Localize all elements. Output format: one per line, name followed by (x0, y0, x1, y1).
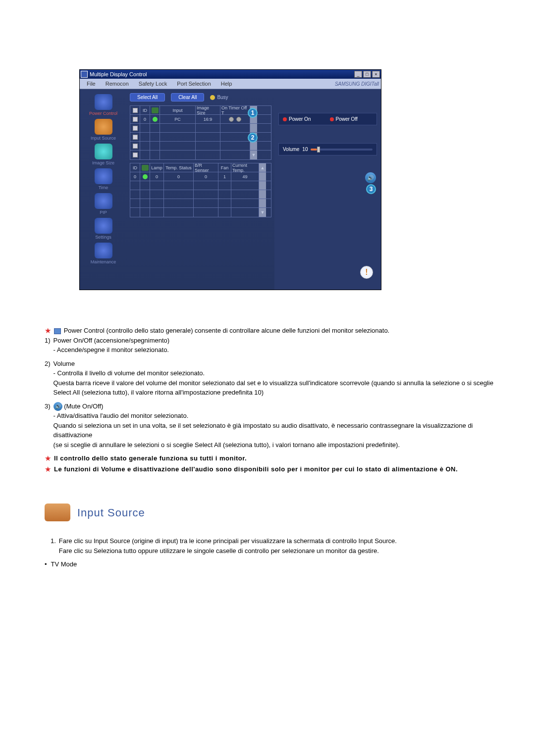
header-input: Input (160, 106, 196, 114)
doc-text: Fare clic su Seleziona tutto oppure util… (59, 546, 397, 556)
doc-text: - Accende/spegne il monitor selezionato. (54, 345, 170, 355)
sidebar-time[interactable]: Time (83, 168, 124, 190)
maintenance-icon (95, 243, 112, 258)
doc-text: - Controlla il livello di volume del mon… (54, 368, 495, 378)
menubar: File Remocon Safety Lock Port Selection … (80, 79, 381, 89)
scroll-up[interactable]: ▲ (259, 163, 266, 172)
row-check[interactable] (133, 144, 138, 149)
volume-slider[interactable] (311, 149, 373, 151)
titlebar: Multiple Display Control _ □ × (80, 70, 381, 79)
settings-icon (95, 218, 112, 234)
cell-fan: 1 (218, 172, 231, 181)
cell-id: 0 (130, 172, 140, 181)
volume-label: Volume (283, 147, 299, 152)
callout-3: 3 (366, 184, 376, 194)
sidebar-label: Power Control (83, 111, 124, 116)
mute-icon[interactable]: 🔊 (365, 172, 376, 183)
sidebar-pip[interactable]: PIP (83, 193, 124, 215)
radio-icon (283, 117, 287, 121)
input-source-section-icon (45, 504, 70, 521)
busy-dot-icon (210, 95, 215, 100)
app-window: Multiple Display Control _ □ × File Remo… (79, 69, 381, 290)
volume-thumb[interactable] (317, 147, 320, 152)
volume-value: 10 (302, 147, 308, 152)
info-icon[interactable]: ! (360, 266, 374, 285)
close-button[interactable]: × (372, 71, 380, 78)
cell-temp-status: 0 (164, 172, 194, 181)
list-number: 2) (45, 359, 51, 398)
brand-logo: SAMSUNG DIGITall (335, 81, 379, 87)
main-pane: Select All Clear All Busy ID Input Image… (127, 89, 274, 290)
header-image-size: Image Size (196, 106, 220, 114)
minimize-button[interactable]: _ (354, 71, 362, 78)
status-header-icon (152, 107, 159, 113)
doc-text: Fare clic su Input Source (origine di in… (59, 536, 397, 546)
document-body: ★ Power Control (controllo dello stato g… (0, 310, 535, 589)
doc-text: Quando si seleziona un set in una volta,… (54, 421, 495, 440)
sidebar-label: Image Size (83, 160, 124, 165)
mute-inline-icon: 🔊 (54, 402, 62, 411)
row-check[interactable] (133, 126, 138, 131)
timer-on-dot (229, 117, 234, 122)
menu-remocon[interactable]: Remocon (101, 80, 134, 88)
header-on-timer: On Timer Off T (220, 106, 250, 114)
sidebar-power-control[interactable]: Power Control (83, 94, 124, 116)
sidebar-settings[interactable]: Settings (83, 218, 124, 240)
list-number: 3) (45, 402, 51, 450)
maximize-button[interactable]: □ (363, 71, 371, 78)
sidebar-image-size[interactable]: Image Size (83, 144, 124, 165)
row-check[interactable] (133, 117, 138, 122)
pip-icon (95, 193, 112, 209)
power-on-label: Power On (289, 116, 311, 122)
power-off-label: Power Off (336, 116, 358, 122)
bullet-icon: • (45, 559, 47, 569)
status-dot-icon (143, 174, 148, 179)
doc-text: (se si sceglie di annullare le selezioni… (54, 440, 495, 450)
menu-port-selection[interactable]: Port Selection (172, 80, 215, 88)
right-pane: Power On Power Off Volume 10 (274, 89, 381, 290)
menu-safety-lock[interactable]: Safety Lock (134, 80, 172, 88)
busy-indicator: Busy (210, 95, 228, 100)
input-source-icon (95, 119, 112, 135)
power-on-button[interactable]: Power On (283, 116, 326, 122)
menu-help[interactable]: Help (216, 80, 237, 88)
cell-bvr: 0 (194, 172, 218, 181)
star-icon: ★ (45, 326, 51, 336)
cell-input: PC (160, 115, 196, 123)
doc-text: Power Control (controllo dello stato gen… (64, 327, 390, 334)
doc-text: (Mute On/Off) (64, 403, 103, 410)
power-off-button[interactable]: Power Off (330, 116, 373, 122)
sidebar-input-source[interactable]: Input Source (83, 119, 124, 141)
row-check[interactable] (133, 135, 138, 140)
doc-text: Il controllo dello stato generale funzio… (54, 454, 495, 463)
power-box: Power On Power Off (278, 113, 377, 125)
list-number: 1) (45, 336, 51, 355)
sidebar-label: Maintenance (83, 259, 124, 264)
sidebar-maintenance[interactable]: Maintenance (83, 243, 124, 264)
cell-image-size: 16:9 (196, 115, 220, 123)
header-id: ID (130, 163, 140, 172)
titlebar-text: Multiple Display Control (90, 71, 354, 77)
busy-label: Busy (217, 95, 228, 100)
scroll-down[interactable]: ▼ (259, 208, 266, 217)
cell-id: 0 (140, 115, 150, 123)
status-header-icon (142, 165, 149, 171)
scroll-down[interactable]: ▼ (250, 151, 257, 159)
timer-off-dot (236, 117, 241, 122)
select-all-button[interactable]: Select All (130, 93, 165, 101)
volume-box: Volume 10 (278, 143, 377, 155)
grid-header: ID Lamp Temp. Status B/R Senser Fan Curr… (130, 163, 271, 172)
radio-icon (330, 117, 334, 121)
app-icon (81, 71, 88, 78)
sidebar-label: PIP (83, 210, 124, 215)
grid-row[interactable]: 0 0 0 0 1 49 (130, 172, 271, 181)
doc-text: Volume (54, 359, 495, 369)
row-check[interactable] (133, 152, 138, 157)
clear-all-button[interactable]: Clear All (171, 93, 204, 101)
menu-file[interactable]: File (82, 80, 101, 88)
check-all[interactable] (133, 108, 138, 113)
power-control-inline-icon (54, 328, 61, 334)
time-icon (95, 168, 112, 184)
sidebar-label: Input Source (83, 136, 124, 141)
section-heading-text: Input Source (77, 504, 145, 521)
